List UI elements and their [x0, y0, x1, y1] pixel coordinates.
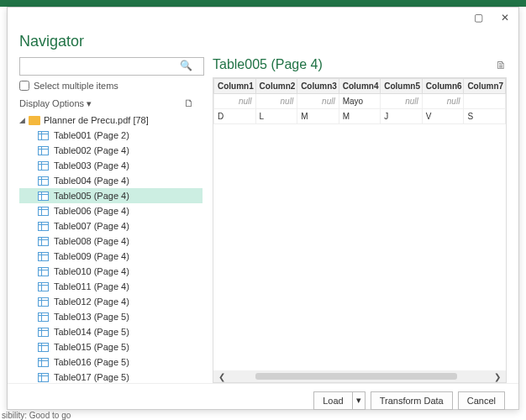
tree-table-node[interactable]: Table012 (Page 4) — [19, 294, 203, 309]
tree-item-label: Table007 (Page 4) — [54, 221, 129, 231]
select-multiple-checkbox-row[interactable]: Select multiple items — [19, 81, 203, 91]
tree-table-node[interactable]: Table002 (Page 4) — [19, 143, 203, 158]
preview-pane: Table005 (Page 4) 🗎 Column1Column2Column… — [208, 57, 518, 383]
tree-item-label: Table012 (Page 4) — [54, 297, 129, 307]
table-cell — [464, 94, 506, 109]
tree-table-node[interactable]: Table003 (Page 4) — [19, 158, 203, 173]
column-header[interactable]: Column7 — [464, 79, 506, 94]
tree-item-label: Table016 (Page 5) — [54, 357, 129, 367]
tree-table-node[interactable]: Table016 (Page 5) — [19, 354, 203, 370]
tree-item-label: Table001 (Page 2) — [54, 130, 129, 140]
tree-table-node[interactable]: Table017 (Page 5) — [19, 370, 203, 383]
table-cell: D — [214, 109, 256, 124]
table-icon — [38, 252, 49, 261]
table-cell: null — [255, 94, 297, 109]
tree-table-node[interactable]: Table007 (Page 4) — [19, 218, 203, 234]
preview-grid-wrap: Column1Column2Column3Column4Column5Colum… — [213, 77, 507, 383]
tree-table-node[interactable]: Table015 (Page 5) — [19, 339, 203, 354]
select-multiple-checkbox[interactable] — [19, 81, 29, 91]
tree-table-node[interactable]: Table009 (Page 4) — [19, 249, 203, 264]
display-options-dropdown[interactable]: Display Options ▾ — [19, 98, 92, 109]
table-cell: null — [381, 94, 423, 109]
table-cell: null — [297, 94, 339, 109]
transform-data-button[interactable]: Transform Data — [371, 391, 453, 410]
tree-item-label: Table017 (Page 5) — [54, 372, 129, 382]
horizontal-scrollbar[interactable]: ❮ ❯ — [213, 370, 506, 382]
table-row[interactable]: nullnullnullMayonullnull — [214, 94, 506, 109]
table-icon — [38, 131, 49, 140]
tree-root-label: Planner de Precu.pdf [78] — [44, 115, 149, 125]
tree-table-node[interactable]: Table006 (Page 4) — [19, 203, 203, 218]
tree-item-label: Table013 (Page 5) — [54, 312, 129, 322]
tree-view[interactable]: ◢ Planner de Precu.pdf [78] Table001 (Pa… — [19, 113, 203, 383]
scroll-right-arrow[interactable]: ❯ — [491, 372, 504, 381]
tree-table-node[interactable]: Table008 (Page 4) — [19, 234, 203, 249]
tree-table-node[interactable]: Table011 (Page 4) — [19, 279, 203, 294]
preview-grid: Column1Column2Column3Column4Column5Colum… — [213, 78, 506, 124]
folder-icon — [29, 116, 40, 125]
navigator-dialog: ▢ ✕ Navigator 🔍 Select multiple items Di… — [7, 7, 519, 410]
tree-table-node[interactable]: Table010 (Page 4) — [19, 264, 203, 279]
table-row[interactable]: DLMMJVS — [214, 109, 506, 124]
table-icon — [38, 237, 49, 246]
table-cell: Mayo — [339, 94, 381, 109]
table-cell: J — [381, 109, 423, 124]
table-cell: V — [422, 109, 464, 124]
table-icon — [38, 343, 49, 352]
select-multiple-label: Select multiple items — [34, 81, 118, 91]
table-icon — [38, 312, 49, 322]
refresh-icon[interactable]: 🗋 — [184, 97, 194, 109]
caret-down-icon: ◢ — [19, 116, 25, 124]
table-cell: M — [297, 109, 339, 124]
cancel-button[interactable]: Cancel — [458, 391, 505, 410]
table-icon — [38, 161, 49, 171]
table-icon — [38, 267, 49, 276]
tree-item-label: Table015 (Page 5) — [54, 342, 129, 352]
table-icon — [38, 207, 49, 216]
tree-item-label: Table009 (Page 4) — [54, 251, 129, 261]
tree-table-node[interactable]: Table005 (Page 4) — [19, 188, 203, 203]
maximize-button[interactable]: ▢ — [468, 10, 488, 25]
table-icon — [38, 176, 49, 186]
table-icon — [38, 222, 49, 231]
dialog-titlebar: ▢ ✕ — [8, 8, 518, 28]
tree-item-label: Table002 (Page 4) — [54, 145, 129, 155]
tree-item-label: Table014 (Page 5) — [54, 327, 129, 337]
table-icon — [38, 373, 49, 382]
tree-item-label: Table003 (Page 4) — [54, 160, 129, 171]
table-icon — [38, 328, 49, 337]
scroll-thumb[interactable] — [255, 373, 457, 380]
copy-icon[interactable]: 🗎 — [496, 59, 507, 71]
table-icon — [38, 146, 49, 155]
tree-table-node[interactable]: Table001 (Page 2) — [19, 128, 203, 143]
scroll-left-arrow[interactable]: ❮ — [215, 372, 229, 381]
table-icon — [38, 297, 49, 307]
column-header[interactable]: Column5 — [381, 79, 423, 94]
column-header[interactable]: Column6 — [422, 79, 464, 94]
search-input[interactable] — [19, 57, 204, 76]
tree-table-node[interactable]: Table014 (Page 5) — [19, 324, 203, 339]
tree-table-node[interactable]: Table013 (Page 5) — [19, 309, 203, 324]
tree-item-label: Table006 (Page 4) — [54, 206, 129, 216]
tree-item-label: Table004 (Page 4) — [54, 176, 129, 186]
tree-root-node[interactable]: ◢ Planner de Precu.pdf [78] — [19, 113, 203, 128]
load-dropdown-button[interactable]: ▾ — [352, 391, 366, 410]
tree-item-label: Table011 (Page 4) — [54, 281, 129, 291]
preview-title: Table005 (Page 4) — [213, 57, 323, 72]
table-cell: S — [464, 109, 506, 124]
tree-item-label: Table010 (Page 4) — [54, 266, 129, 276]
table-cell: L — [255, 109, 297, 124]
column-header[interactable]: Column1 — [214, 79, 256, 94]
table-cell: null — [214, 94, 256, 109]
column-header[interactable]: Column4 — [339, 79, 381, 94]
load-button[interactable]: Load — [313, 391, 351, 410]
column-header[interactable]: Column2 — [255, 79, 297, 94]
dialog-footer: Load ▾ Transform Data Cancel — [8, 383, 518, 417]
left-pane: 🔍 Select multiple items Display Options … — [8, 57, 208, 383]
dialog-title: Navigator — [8, 28, 518, 57]
tree-item-label: Table008 (Page 4) — [54, 236, 129, 246]
column-header[interactable]: Column3 — [297, 79, 339, 94]
close-button[interactable]: ✕ — [495, 10, 515, 25]
tree-table-node[interactable]: Table004 (Page 4) — [19, 173, 203, 188]
table-cell: M — [339, 109, 381, 124]
